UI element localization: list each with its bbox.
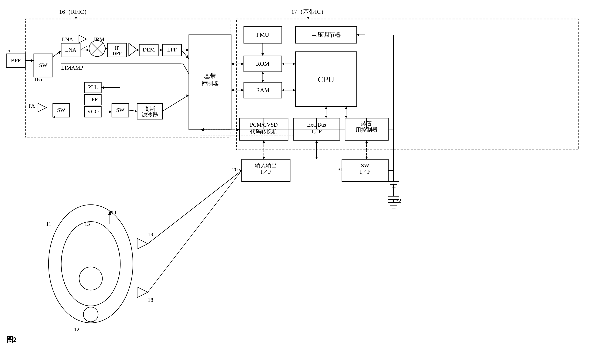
svg-marker-58 bbox=[186, 55, 189, 59]
svg-marker-72 bbox=[261, 53, 264, 56]
cpu-box-label: CPU bbox=[318, 75, 334, 84]
ref-11: 11 bbox=[46, 221, 51, 227]
svg-line-95 bbox=[108, 211, 112, 215]
extbus-box-label: Ext. Bus bbox=[307, 122, 326, 128]
pll-box-label: PLL bbox=[88, 84, 98, 90]
ref-15: 15 bbox=[5, 47, 10, 54]
svg-marker-97 bbox=[137, 287, 148, 297]
svg-marker-5 bbox=[307, 17, 309, 20]
swif-box-label: SW bbox=[361, 163, 369, 169]
svg-rect-18 bbox=[84, 82, 101, 93]
svg-marker-74 bbox=[261, 80, 264, 82]
svg-rect-22 bbox=[112, 104, 129, 117]
voltage-reg-label: 电压调节器 bbox=[311, 31, 341, 38]
svg-marker-44 bbox=[31, 59, 34, 62]
svg-text:代码转换机: 代码转换机 bbox=[250, 128, 277, 135]
svg-marker-94 bbox=[108, 211, 111, 215]
svg-rect-19 bbox=[84, 95, 101, 105]
svg-rect-28 bbox=[244, 26, 282, 43]
svg-rect-1 bbox=[236, 19, 578, 150]
lna-box-label: LNA bbox=[65, 47, 76, 53]
svg-marker-122 bbox=[186, 49, 189, 51]
ref-14: 14 bbox=[111, 209, 116, 215]
svg-marker-15 bbox=[129, 43, 137, 56]
svg-rect-39 bbox=[242, 159, 290, 181]
ref-18: 18 bbox=[148, 297, 153, 303]
svg-rect-8 bbox=[61, 43, 80, 57]
rom-box-label: ROM bbox=[256, 60, 269, 67]
sw3-box-label: SW bbox=[116, 107, 125, 113]
svg-rect-0 bbox=[25, 19, 230, 137]
svg-line-132 bbox=[163, 95, 189, 111]
svg-marker-56 bbox=[160, 49, 163, 51]
diagram-container: 16（RFIC） 17（基带IC） BPF SW LNA IF BPF DE bbox=[0, 0, 596, 364]
dem-box-label: DEM bbox=[143, 47, 155, 53]
io-box-label: 输入输出 bbox=[255, 163, 277, 169]
svg-rect-7 bbox=[34, 54, 53, 77]
svg-rect-31 bbox=[244, 82, 282, 98]
svg-point-91 bbox=[79, 267, 102, 290]
svg-marker-25 bbox=[38, 104, 46, 112]
svg-marker-70 bbox=[325, 107, 327, 109]
svg-text:控制器: 控制器 bbox=[201, 80, 219, 87]
gauss-box-label: 高斯 bbox=[144, 106, 155, 112]
svg-marker-110 bbox=[282, 89, 284, 91]
svg-text:I／F: I／F bbox=[261, 169, 271, 175]
baseband-ic-label: 17（基带IC） bbox=[291, 8, 327, 15]
svg-rect-20 bbox=[84, 107, 101, 117]
svg-marker-112 bbox=[345, 116, 347, 118]
ref-16a: 16a bbox=[34, 76, 42, 82]
svg-marker-61 bbox=[241, 63, 244, 65]
svg-rect-41 bbox=[342, 159, 388, 181]
svg-marker-75 bbox=[261, 72, 264, 74]
svg-rect-13 bbox=[108, 43, 127, 57]
svg-text:用控制器: 用控制器 bbox=[356, 127, 378, 133]
ref-31: 31 bbox=[338, 166, 343, 173]
svg-rect-6 bbox=[6, 54, 25, 67]
svg-rect-16 bbox=[139, 44, 158, 56]
ram-box-label: RAM bbox=[256, 87, 269, 93]
svg-text:滤波器: 滤波器 bbox=[142, 112, 158, 118]
svg-marker-103 bbox=[236, 128, 239, 131]
svg-rect-26 bbox=[189, 35, 231, 130]
svg-point-90 bbox=[61, 222, 120, 306]
bpf-box-label: BPF bbox=[11, 57, 21, 64]
svg-marker-3 bbox=[75, 17, 77, 20]
sw2-box-label: SW bbox=[57, 107, 65, 113]
svg-line-45 bbox=[53, 51, 61, 57]
pa-label: PA bbox=[29, 103, 35, 109]
svg-line-57 bbox=[181, 50, 189, 59]
pcm-box-label: PCM/CVSD bbox=[250, 122, 278, 128]
baseband-ctrl-label: 基带 bbox=[204, 73, 216, 79]
svg-marker-102 bbox=[201, 128, 204, 131]
svg-marker-115 bbox=[315, 157, 318, 159]
svg-marker-131 bbox=[135, 110, 137, 112]
lpf1-box-label: LPF bbox=[167, 47, 177, 53]
limamp-label: LIMAMP bbox=[61, 65, 83, 71]
svg-marker-113 bbox=[345, 107, 347, 109]
svg-marker-133 bbox=[186, 95, 189, 97]
ref-13: 13 bbox=[84, 221, 90, 227]
svg-marker-127 bbox=[109, 111, 112, 113]
svg-marker-78 bbox=[262, 140, 265, 143]
svg-marker-99 bbox=[239, 169, 242, 172]
svg-rect-17 bbox=[163, 44, 181, 56]
svg-rect-29 bbox=[296, 26, 357, 43]
svg-line-47 bbox=[80, 46, 87, 50]
sw1-box-label: SW bbox=[39, 62, 47, 68]
svg-line-98 bbox=[148, 171, 242, 244]
ref-12: 12 bbox=[74, 327, 79, 333]
svg-rect-32 bbox=[296, 52, 357, 107]
svg-marker-46 bbox=[59, 51, 61, 54]
vco-box-label: VCO bbox=[87, 108, 99, 115]
lna-text: LNA bbox=[62, 36, 73, 42]
svg-marker-67 bbox=[357, 34, 359, 36]
rfic-label: 16（RFIC） bbox=[59, 8, 90, 15]
svg-marker-116 bbox=[315, 140, 318, 143]
svg-marker-64 bbox=[241, 89, 244, 91]
svg-point-89 bbox=[49, 205, 133, 323]
svg-marker-80 bbox=[365, 157, 368, 159]
svg-marker-12 bbox=[78, 35, 87, 43]
ifbpf-box-label: IF bbox=[115, 45, 119, 51]
svg-text:BPF: BPF bbox=[113, 51, 122, 56]
